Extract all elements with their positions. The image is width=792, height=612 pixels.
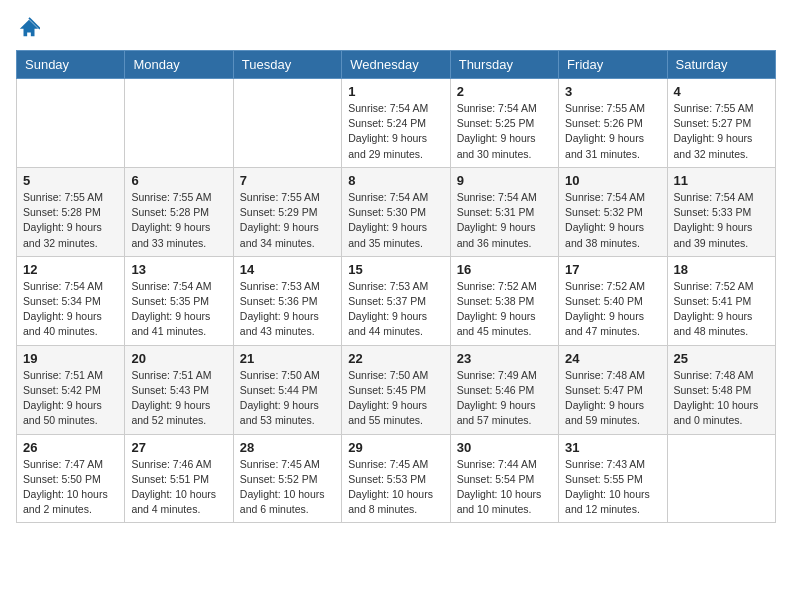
- day-info: Sunrise: 7:54 AM Sunset: 5:34 PM Dayligh…: [23, 279, 118, 340]
- day-number: 31: [565, 440, 660, 455]
- day-info: Sunrise: 7:51 AM Sunset: 5:43 PM Dayligh…: [131, 368, 226, 429]
- calendar-cell: 11Sunrise: 7:54 AM Sunset: 5:33 PM Dayli…: [667, 167, 775, 256]
- calendar-cell: 27Sunrise: 7:46 AM Sunset: 5:51 PM Dayli…: [125, 434, 233, 523]
- day-number: 19: [23, 351, 118, 366]
- calendar-cell: 31Sunrise: 7:43 AM Sunset: 5:55 PM Dayli…: [559, 434, 667, 523]
- day-number: 25: [674, 351, 769, 366]
- day-number: 4: [674, 84, 769, 99]
- day-info: Sunrise: 7:47 AM Sunset: 5:50 PM Dayligh…: [23, 457, 118, 518]
- day-info: Sunrise: 7:55 AM Sunset: 5:26 PM Dayligh…: [565, 101, 660, 162]
- calendar-cell: 26Sunrise: 7:47 AM Sunset: 5:50 PM Dayli…: [17, 434, 125, 523]
- day-number: 20: [131, 351, 226, 366]
- calendar-cell: 30Sunrise: 7:44 AM Sunset: 5:54 PM Dayli…: [450, 434, 558, 523]
- day-info: Sunrise: 7:55 AM Sunset: 5:28 PM Dayligh…: [131, 190, 226, 251]
- day-info: Sunrise: 7:55 AM Sunset: 5:29 PM Dayligh…: [240, 190, 335, 251]
- day-header-friday: Friday: [559, 51, 667, 79]
- calendar-cell: 24Sunrise: 7:48 AM Sunset: 5:47 PM Dayli…: [559, 345, 667, 434]
- logo: [16, 16, 40, 38]
- day-info: Sunrise: 7:45 AM Sunset: 5:52 PM Dayligh…: [240, 457, 335, 518]
- calendar-cell: 5Sunrise: 7:55 AM Sunset: 5:28 PM Daylig…: [17, 167, 125, 256]
- calendar-cell: [233, 79, 341, 168]
- day-number: 12: [23, 262, 118, 277]
- day-number: 2: [457, 84, 552, 99]
- day-info: Sunrise: 7:53 AM Sunset: 5:36 PM Dayligh…: [240, 279, 335, 340]
- calendar-week-row-2: 5Sunrise: 7:55 AM Sunset: 5:28 PM Daylig…: [17, 167, 776, 256]
- day-number: 24: [565, 351, 660, 366]
- calendar-cell: 19Sunrise: 7:51 AM Sunset: 5:42 PM Dayli…: [17, 345, 125, 434]
- day-number: 11: [674, 173, 769, 188]
- calendar-cell: 7Sunrise: 7:55 AM Sunset: 5:29 PM Daylig…: [233, 167, 341, 256]
- day-info: Sunrise: 7:43 AM Sunset: 5:55 PM Dayligh…: [565, 457, 660, 518]
- day-header-wednesday: Wednesday: [342, 51, 450, 79]
- logo-icon: [18, 16, 40, 38]
- calendar-cell: 28Sunrise: 7:45 AM Sunset: 5:52 PM Dayli…: [233, 434, 341, 523]
- day-info: Sunrise: 7:52 AM Sunset: 5:38 PM Dayligh…: [457, 279, 552, 340]
- day-number: 9: [457, 173, 552, 188]
- calendar-cell: 6Sunrise: 7:55 AM Sunset: 5:28 PM Daylig…: [125, 167, 233, 256]
- day-info: Sunrise: 7:46 AM Sunset: 5:51 PM Dayligh…: [131, 457, 226, 518]
- calendar-cell: 18Sunrise: 7:52 AM Sunset: 5:41 PM Dayli…: [667, 256, 775, 345]
- calendar-cell: 29Sunrise: 7:45 AM Sunset: 5:53 PM Dayli…: [342, 434, 450, 523]
- day-number: 3: [565, 84, 660, 99]
- day-number: 17: [565, 262, 660, 277]
- day-number: 28: [240, 440, 335, 455]
- day-number: 1: [348, 84, 443, 99]
- day-info: Sunrise: 7:44 AM Sunset: 5:54 PM Dayligh…: [457, 457, 552, 518]
- day-number: 15: [348, 262, 443, 277]
- day-number: 6: [131, 173, 226, 188]
- day-info: Sunrise: 7:54 AM Sunset: 5:31 PM Dayligh…: [457, 190, 552, 251]
- day-info: Sunrise: 7:55 AM Sunset: 5:28 PM Dayligh…: [23, 190, 118, 251]
- day-info: Sunrise: 7:54 AM Sunset: 5:35 PM Dayligh…: [131, 279, 226, 340]
- calendar-cell: 25Sunrise: 7:48 AM Sunset: 5:48 PM Dayli…: [667, 345, 775, 434]
- day-info: Sunrise: 7:54 AM Sunset: 5:33 PM Dayligh…: [674, 190, 769, 251]
- calendar-week-row-3: 12Sunrise: 7:54 AM Sunset: 5:34 PM Dayli…: [17, 256, 776, 345]
- calendar-cell: 13Sunrise: 7:54 AM Sunset: 5:35 PM Dayli…: [125, 256, 233, 345]
- calendar-cell: 15Sunrise: 7:53 AM Sunset: 5:37 PM Dayli…: [342, 256, 450, 345]
- day-number: 21: [240, 351, 335, 366]
- day-number: 14: [240, 262, 335, 277]
- day-info: Sunrise: 7:53 AM Sunset: 5:37 PM Dayligh…: [348, 279, 443, 340]
- calendar-cell: 3Sunrise: 7:55 AM Sunset: 5:26 PM Daylig…: [559, 79, 667, 168]
- day-number: 27: [131, 440, 226, 455]
- day-info: Sunrise: 7:48 AM Sunset: 5:48 PM Dayligh…: [674, 368, 769, 429]
- day-info: Sunrise: 7:54 AM Sunset: 5:30 PM Dayligh…: [348, 190, 443, 251]
- calendar-cell: 10Sunrise: 7:54 AM Sunset: 5:32 PM Dayli…: [559, 167, 667, 256]
- day-number: 7: [240, 173, 335, 188]
- day-info: Sunrise: 7:45 AM Sunset: 5:53 PM Dayligh…: [348, 457, 443, 518]
- day-info: Sunrise: 7:50 AM Sunset: 5:45 PM Dayligh…: [348, 368, 443, 429]
- calendar-cell: 16Sunrise: 7:52 AM Sunset: 5:38 PM Dayli…: [450, 256, 558, 345]
- calendar-cell: [667, 434, 775, 523]
- day-info: Sunrise: 7:52 AM Sunset: 5:41 PM Dayligh…: [674, 279, 769, 340]
- calendar-cell: 23Sunrise: 7:49 AM Sunset: 5:46 PM Dayli…: [450, 345, 558, 434]
- day-header-tuesday: Tuesday: [233, 51, 341, 79]
- day-number: 10: [565, 173, 660, 188]
- day-info: Sunrise: 7:48 AM Sunset: 5:47 PM Dayligh…: [565, 368, 660, 429]
- day-number: 5: [23, 173, 118, 188]
- calendar-cell: 4Sunrise: 7:55 AM Sunset: 5:27 PM Daylig…: [667, 79, 775, 168]
- day-info: Sunrise: 7:54 AM Sunset: 5:25 PM Dayligh…: [457, 101, 552, 162]
- day-number: 29: [348, 440, 443, 455]
- day-number: 18: [674, 262, 769, 277]
- calendar-cell: 20Sunrise: 7:51 AM Sunset: 5:43 PM Dayli…: [125, 345, 233, 434]
- day-info: Sunrise: 7:51 AM Sunset: 5:42 PM Dayligh…: [23, 368, 118, 429]
- day-number: 22: [348, 351, 443, 366]
- calendar-header-row: SundayMondayTuesdayWednesdayThursdayFrid…: [17, 51, 776, 79]
- day-header-sunday: Sunday: [17, 51, 125, 79]
- calendar-cell: 9Sunrise: 7:54 AM Sunset: 5:31 PM Daylig…: [450, 167, 558, 256]
- calendar-cell: 1Sunrise: 7:54 AM Sunset: 5:24 PM Daylig…: [342, 79, 450, 168]
- calendar-cell: 8Sunrise: 7:54 AM Sunset: 5:30 PM Daylig…: [342, 167, 450, 256]
- calendar-week-row-1: 1Sunrise: 7:54 AM Sunset: 5:24 PM Daylig…: [17, 79, 776, 168]
- day-info: Sunrise: 7:50 AM Sunset: 5:44 PM Dayligh…: [240, 368, 335, 429]
- calendar-cell: 12Sunrise: 7:54 AM Sunset: 5:34 PM Dayli…: [17, 256, 125, 345]
- day-number: 13: [131, 262, 226, 277]
- page-header: [16, 16, 776, 38]
- calendar-cell: 14Sunrise: 7:53 AM Sunset: 5:36 PM Dayli…: [233, 256, 341, 345]
- calendar-week-row-5: 26Sunrise: 7:47 AM Sunset: 5:50 PM Dayli…: [17, 434, 776, 523]
- day-info: Sunrise: 7:49 AM Sunset: 5:46 PM Dayligh…: [457, 368, 552, 429]
- day-info: Sunrise: 7:54 AM Sunset: 5:32 PM Dayligh…: [565, 190, 660, 251]
- calendar-cell: 17Sunrise: 7:52 AM Sunset: 5:40 PM Dayli…: [559, 256, 667, 345]
- day-header-saturday: Saturday: [667, 51, 775, 79]
- day-number: 30: [457, 440, 552, 455]
- day-number: 16: [457, 262, 552, 277]
- day-info: Sunrise: 7:55 AM Sunset: 5:27 PM Dayligh…: [674, 101, 769, 162]
